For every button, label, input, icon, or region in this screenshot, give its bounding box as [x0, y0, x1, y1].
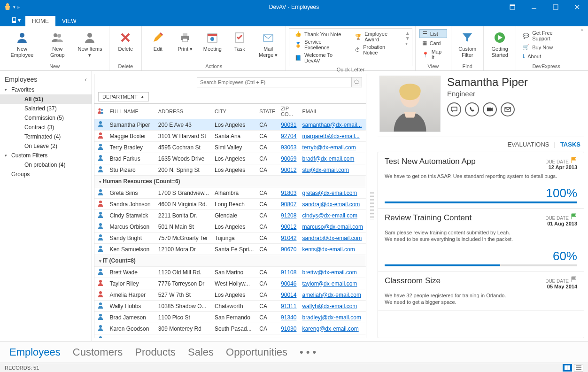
print-button[interactable]: Print ▾ — [172, 28, 198, 54]
buy-now-button[interactable]: 🛒Buy Now — [520, 43, 573, 51]
ql-employee-award[interactable]: 🏆Employee Award — [353, 31, 402, 43]
task-item[interactable]: Review Training Content DUE DATE01 Aug 2… — [378, 209, 584, 271]
view-card-button[interactable]: ▦Card — [419, 39, 448, 47]
group-row[interactable]: Human Resources (Count=6) — [94, 176, 366, 187]
sidebar-collapse-icon[interactable]: ‹ — [85, 76, 87, 83]
task-item[interactable]: Classroom Size DUE DATE05 May 2014 We ha… — [378, 271, 584, 310]
custom-filter-button[interactable]: Custom Filter — [454, 28, 480, 60]
edit-button[interactable]: Edit — [145, 28, 171, 54]
minimize-button[interactable] — [523, 0, 545, 14]
nav-sales[interactable]: Sales — [188, 346, 214, 358]
table-row[interactable]: Morgan Kennedy11222 Dilling StSan Fernan… — [94, 334, 366, 338]
table-row[interactable]: Marcus Orbison501 N Main StLos AngelesCA… — [94, 221, 366, 232]
maximize-button[interactable] — [545, 0, 566, 14]
tree-item[interactable]: On probation (4) — [0, 160, 92, 170]
delete-button[interactable]: Delete — [112, 28, 139, 54]
nav-customers[interactable]: Customers — [73, 346, 123, 358]
nav-more[interactable]: • • • — [300, 346, 316, 358]
status-view-detail[interactable] — [563, 364, 572, 372]
file-tab[interactable]: ▾ — [7, 14, 25, 26]
employee-grid[interactable]: FULL NAMEADDRESSCITYSTATEZIP CO...EMAILS… — [94, 103, 366, 338]
table-row[interactable]: Ken Samuelson12100 Mora DrSanta Fe Spri.… — [94, 244, 366, 255]
column-header[interactable]: EMAIL — [299, 104, 366, 119]
table-row[interactable]: Cindy Stanwick2211 Bonita Dr.GlendaleCA9… — [94, 210, 366, 221]
table-row[interactable]: Samantha Piper200 E Ave 43Los AngelesCA9… — [94, 119, 366, 131]
column-header[interactable]: STATE — [256, 104, 278, 119]
tree-item[interactable]: Terminated (4) — [0, 132, 92, 141]
table-row[interactable]: Wally Hobbs10385 Shadow O...ChatsworthCA… — [94, 301, 366, 312]
nav-opportunities[interactable]: Opportunities — [226, 346, 287, 358]
get-support-button[interactable]: 💬Get Free Support — [520, 29, 573, 42]
nav-products[interactable]: Products — [135, 346, 176, 358]
tasks-list[interactable]: Test New Automation App DUE DATE12 Apr 2… — [378, 152, 584, 338]
table-row[interactable]: Sandra Johnson4600 N Virginia Rd.Long Be… — [94, 199, 366, 210]
tree-section[interactable]: Groups — [0, 170, 92, 179]
task-title: Classroom Size — [385, 276, 441, 286]
table-row[interactable]: Brad Farkus1635 Woods DriveLos AngelesCA… — [94, 153, 366, 164]
email-button[interactable] — [501, 102, 515, 116]
getting-started-button[interactable]: Getting Started — [487, 28, 513, 60]
table-row[interactable]: Maggie Boxter3101 W Harvard StSanta AnaC… — [94, 131, 366, 142]
table-row[interactable]: Brad Jameson1100 Pico StSan FernandoCA91… — [94, 312, 366, 323]
call-button[interactable] — [465, 102, 479, 116]
new-group-button[interactable]: New Group — [42, 28, 73, 60]
task-item[interactable]: Test New Automation App DUE DATE12 Apr 2… — [378, 152, 584, 209]
ribbon-collapse[interactable]: ^ — [576, 26, 588, 70]
tree-item[interactable]: All (51) — [0, 94, 92, 104]
task-button[interactable]: Task — [226, 28, 253, 54]
svg-point-22 — [99, 108, 101, 111]
tab-home[interactable]: HOME — [25, 16, 55, 26]
nav-employees[interactable]: Employees — [9, 346, 61, 358]
search-input[interactable] — [197, 77, 352, 87]
splitter[interactable] — [370, 192, 374, 220]
tree-item[interactable]: On Leave (2) — [0, 141, 92, 151]
view-list-button[interactable]: ☰List — [419, 29, 448, 38]
table-row[interactable]: Taylor Riley7776 Torreyson DrWest Hollyw… — [94, 278, 366, 289]
table-row[interactable]: Stu Pizaro200 N. Spring StLos AngelesCA9… — [94, 164, 366, 176]
search-button[interactable] — [352, 77, 362, 87]
table-row[interactable]: Terry Bradley4595 Cochran StSimi ValleyC… — [94, 142, 366, 153]
ql-probation[interactable]: ⏱Probation Notice — [353, 44, 402, 56]
group-row[interactable]: IT (Count=8) — [94, 255, 366, 267]
tab-view[interactable]: VIEW — [55, 16, 83, 26]
view-map-button[interactable]: 📍Map It — [419, 48, 448, 61]
table-row[interactable]: Sandy Bright7570 McGroarty TerTujungaCA9… — [94, 232, 366, 244]
tree-item[interactable]: Commission (5) — [0, 113, 92, 123]
svg-point-38 — [99, 302, 102, 305]
ql-service-excellence[interactable]: 🏅Service Excellence — [293, 39, 348, 51]
table-row[interactable]: Greta Sims1700 S Grandview...AlhambraCA9… — [94, 187, 366, 199]
column-header[interactable]: ZIP CO... — [278, 104, 299, 119]
tree-section[interactable]: Custom Filters — [0, 151, 92, 160]
tab-evaluations[interactable]: EVALUATIONS — [507, 141, 549, 148]
column-header[interactable] — [94, 104, 107, 119]
qat-dropdown[interactable]: ▾ — [13, 5, 15, 9]
tree-item[interactable]: Salaried (37) — [0, 104, 92, 113]
tree-section[interactable]: Favorites — [0, 85, 92, 94]
new-employee-button[interactable]: New Employee — [3, 28, 41, 60]
person-icon — [94, 142, 107, 153]
mailmerge-button[interactable]: Mail Merge ▾ — [254, 28, 283, 60]
table-row[interactable]: Brett Wade1120 Old Mill Rd.San MarinoCA9… — [94, 267, 366, 278]
ql-thank-you[interactable]: 👍Thank You Note — [293, 31, 348, 38]
table-row[interactable]: Karen Goodson309 Monterey RdSouth Pasad.… — [94, 323, 366, 334]
new-items-button[interactable]: New Items ▾ — [74, 28, 107, 60]
tab-tasks[interactable]: TASKS — [560, 141, 580, 148]
svg-point-39 — [99, 314, 102, 317]
tree-item[interactable]: Contract (3) — [0, 123, 92, 132]
about-button[interactable]: ℹAbout — [520, 52, 573, 60]
column-header[interactable]: ADDRESS — [155, 104, 212, 119]
message-button[interactable] — [447, 102, 461, 116]
ql-scroll-down[interactable]: ▼ — [405, 36, 410, 41]
status-view-list[interactable] — [574, 364, 583, 372]
ql-welcome[interactable]: 📘Welcome To DevAV — [293, 52, 348, 64]
video-button[interactable] — [483, 102, 497, 116]
ql-scroll-up[interactable]: ▲ — [405, 31, 410, 36]
column-header[interactable]: CITY — [212, 104, 256, 119]
meeting-button[interactable]: Meeting — [199, 28, 225, 54]
ribbon-display-options[interactable] — [502, 0, 523, 14]
close-button[interactable] — [566, 0, 588, 14]
groupby-chip[interactable]: DEPARTMENT▲ — [98, 92, 149, 101]
ql-expand[interactable]: ▾ — [405, 41, 410, 46]
table-row[interactable]: Amelia Harper527 W 7th StLos AngelesCA90… — [94, 289, 366, 301]
column-header[interactable]: FULL NAME — [107, 104, 155, 119]
